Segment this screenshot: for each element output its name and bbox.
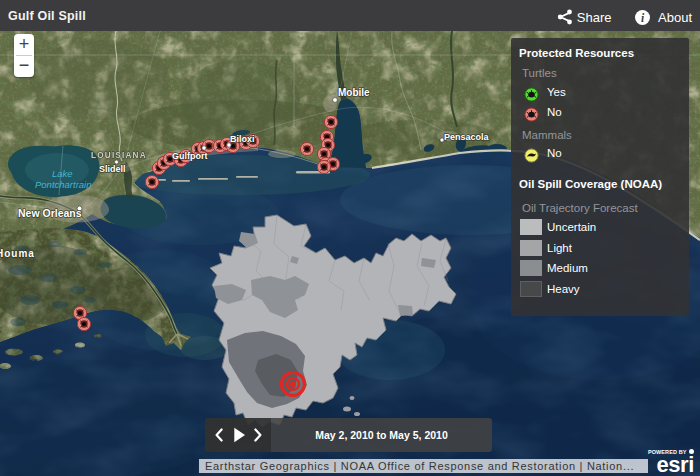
svg-text:Mobile: Mobile [338, 87, 370, 98]
svg-text:LOUISIANA: LOUISIANA [91, 151, 147, 160]
svg-text:Slidell: Slidell [99, 164, 126, 174]
svg-text:Gulfport: Gulfport [172, 151, 208, 161]
svg-text:New Orleans: New Orleans [18, 207, 82, 219]
svg-text:Pontchartrain: Pontchartrain [35, 179, 92, 190]
svg-text:Biloxi: Biloxi [230, 134, 255, 144]
svg-text:Pensacola: Pensacola [444, 132, 490, 142]
svg-text:Houma: Houma [0, 248, 35, 259]
svg-text:Lake: Lake [52, 168, 73, 179]
